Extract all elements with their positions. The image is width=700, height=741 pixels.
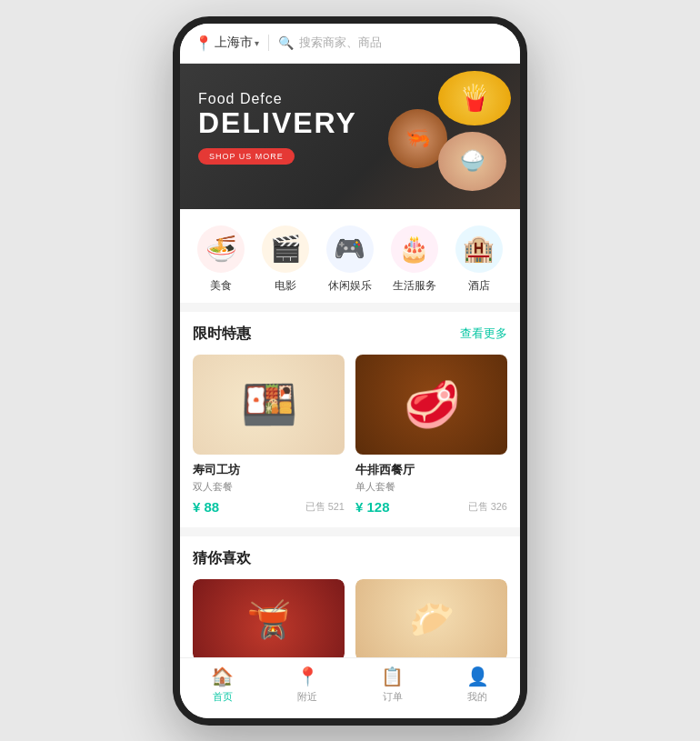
banner-food-decoration: 🍟 🦐 🍚	[338, 64, 520, 209]
recommend-img-hotpot: 🫕	[193, 579, 345, 657]
deal-sold-sushi: 已售 521	[305, 500, 345, 514]
banner-subtitle: Food Defce	[198, 91, 357, 107]
chevron-down-icon: ▾	[255, 38, 259, 48]
category-icon-hotel: 🏨	[455, 225, 503, 273]
search-bar[interactable]: 🔍 搜索商家、商品	[278, 35, 505, 51]
nav-label-orders: 订单	[383, 690, 403, 704]
deal-sold-steak: 已售 326	[468, 500, 507, 514]
banner-text-block: Food Defce DELIVERY SHOP US MORE	[198, 91, 357, 165]
recommend-grid: 🫕 🥟	[193, 579, 507, 657]
deals-section: 限时特惠 查看更多 🍱 寿司工坊 双人套餐 ¥ 88 已售 521 🥩 牛排西餐…	[180, 312, 520, 527]
nav-label-home: 首页	[213, 690, 233, 704]
recommend-img-dimsum: 🥟	[355, 579, 507, 657]
location-button[interactable]: 📍 上海市 ▾	[195, 35, 259, 52]
category-label-life: 生活服务	[393, 278, 436, 294]
deal-img-sushi: 🍱	[193, 355, 345, 455]
deals-more-button[interactable]: 查看更多	[460, 325, 507, 342]
food-deco-fries: 🍟	[438, 71, 511, 125]
category-label-movie: 电影	[275, 278, 296, 294]
search-placeholder: 搜索商家、商品	[299, 35, 382, 51]
category-icon-food: 🍜	[197, 225, 245, 273]
category-label-leisure: 休闲娱乐	[328, 278, 372, 294]
nav-item-profile[interactable]: 👤 我的	[435, 666, 521, 704]
recommend-card-dimsum[interactable]: 🥟	[355, 579, 507, 657]
recommend-section: 猜你喜欢 🫕 🥟	[180, 536, 520, 657]
deal-img-steak: 🥩	[355, 355, 507, 455]
deal-grid: 🍱 寿司工坊 双人套餐 ¥ 88 已售 521 🥩 牛排西餐厅 单人套餐 ¥ 1…	[193, 355, 507, 515]
category-item-leisure[interactable]: 🎮 休闲娱乐	[326, 225, 374, 294]
header: 📍 上海市 ▾ 🔍 搜索商家、商品	[180, 24, 520, 64]
category-item-movie[interactable]: 🎬 电影	[262, 225, 309, 294]
nav-icon-nearby: 📍	[296, 666, 319, 687]
recommend-card-hotpot[interactable]: 🫕	[193, 579, 345, 657]
location-icon: 📍	[195, 35, 213, 52]
nav-item-orders[interactable]: 📋 订单	[350, 666, 435, 704]
banner-title: DELIVERY	[198, 107, 357, 139]
phone-frame: 📍 上海市 ▾ 🔍 搜索商家、商品 Food Defce DELIVERY SH…	[173, 16, 527, 726]
deal-card-steak[interactable]: 🥩 牛排西餐厅 单人套餐 ¥ 128 已售 326	[355, 355, 507, 515]
banner-shop-button[interactable]: SHOP US MORE	[198, 148, 295, 165]
recommend-header: 猜你喜欢	[193, 549, 507, 568]
scroll-content: Food Defce DELIVERY SHOP US MORE 🍟 🦐 🍚 🍜…	[180, 64, 520, 657]
deals-title: 限时特惠	[193, 325, 251, 344]
category-icon-life: 🎂	[391, 225, 438, 273]
deal-card-sushi[interactable]: 🍱 寿司工坊 双人套餐 ¥ 88 已售 521	[193, 355, 345, 515]
nav-item-nearby[interactable]: 📍 附近	[265, 666, 351, 704]
deal-name-sushi: 寿司工坊	[193, 462, 345, 478]
deals-header: 限时特惠 查看更多	[193, 325, 507, 344]
category-label-food: 美食	[210, 278, 232, 294]
deal-price-steak: ¥ 128	[355, 499, 390, 515]
deal-desc-steak: 单人套餐	[355, 480, 507, 494]
recommend-title: 猜你喜欢	[193, 549, 251, 568]
category-item-hotel[interactable]: 🏨 酒店	[455, 225, 503, 294]
deal-desc-sushi: 双人套餐	[193, 480, 345, 494]
header-divider	[268, 35, 269, 51]
search-icon: 🔍	[278, 35, 294, 50]
deal-footer-sushi: ¥ 88 已售 521	[193, 499, 345, 515]
deal-price-sushi: ¥ 88	[193, 499, 219, 515]
category-label-hotel: 酒店	[468, 278, 490, 294]
banner: Food Defce DELIVERY SHOP US MORE 🍟 🦐 🍚	[180, 64, 520, 209]
categories-section: 🍜 美食 🎬 电影 🎮 休闲娱乐 🎂 生活服务 🏨 酒店	[180, 209, 520, 303]
category-item-food[interactable]: 🍜 美食	[197, 225, 245, 294]
deal-name-steak: 牛排西餐厅	[355, 462, 507, 478]
location-text: 上海市	[215, 35, 253, 51]
nav-icon-orders: 📋	[381, 666, 404, 687]
nav-label-profile: 我的	[467, 690, 487, 704]
category-icon-movie: 🎬	[262, 225, 309, 273]
bottom-nav: 🏠 首页 📍 附近 📋 订单 👤 我的	[180, 657, 520, 718]
nav-icon-profile: 👤	[466, 666, 489, 687]
category-icon-leisure: 🎮	[326, 225, 374, 273]
deal-footer-steak: ¥ 128 已售 326	[355, 499, 507, 515]
category-item-life[interactable]: 🎂 生活服务	[391, 225, 438, 294]
nav-item-home[interactable]: 🏠 首页	[180, 666, 265, 704]
nav-label-nearby: 附近	[297, 690, 317, 704]
nav-icon-home: 🏠	[211, 666, 234, 687]
food-deco-rice: 🍚	[438, 132, 506, 191]
